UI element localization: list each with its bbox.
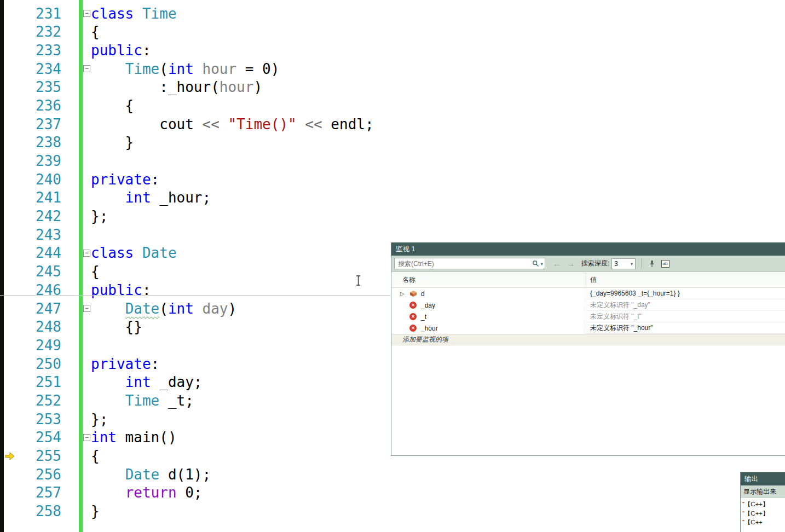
watch-row[interactable]: ✕_hour未定义标识符 "_hour" bbox=[391, 322, 785, 334]
code-line[interactable]: 243 bbox=[0, 225, 391, 244]
watch-name-cell[interactable]: ✕_hour bbox=[391, 322, 586, 334]
code-text[interactable]: Date(int day) bbox=[91, 300, 391, 317]
code-line[interactable]: 237 cout << "Time()" << endl; bbox=[0, 115, 391, 134]
collapse-box-icon[interactable]: − bbox=[83, 434, 90, 441]
watch-value[interactable]: {_day=9965603 _t={_hour=1} } bbox=[586, 288, 785, 299]
code-line[interactable]: 247− Date(int day) bbox=[0, 299, 391, 318]
watch-name-cell[interactable]: ✕_t bbox=[391, 311, 586, 322]
code-text[interactable]: int _day; bbox=[91, 374, 391, 390]
code-line[interactable]: 252 Time _t; bbox=[0, 391, 391, 410]
output-lines: “【C++】“【C++】“【C++ bbox=[741, 498, 785, 527]
code-text[interactable]: Time(int hour = 0) bbox=[91, 61, 391, 77]
code-line[interactable]: 255{ bbox=[0, 447, 391, 465]
code-line[interactable]: 245{ bbox=[0, 262, 391, 281]
watch-search-box[interactable]: ▾ bbox=[394, 258, 545, 269]
code-text[interactable]: :_hour(hour) bbox=[91, 79, 391, 95]
output-line: “【C++】 bbox=[742, 509, 785, 518]
line-number: 233 bbox=[16, 42, 61, 59]
output-titlebar[interactable]: 输出 bbox=[741, 472, 785, 485]
code-token: { bbox=[91, 24, 100, 40]
code-token: << bbox=[305, 116, 322, 132]
code-line[interactable]: 251 int _day; bbox=[0, 373, 391, 391]
watch-row[interactable]: ✕_t未定义标识符 "_t" bbox=[391, 311, 785, 322]
code-text[interactable]: {} bbox=[91, 319, 391, 335]
code-editor[interactable]: 230231−class Time232{233public:234− Time… bbox=[0, 0, 391, 521]
code-text[interactable]: class Date bbox=[91, 245, 391, 261]
pin-button[interactable] bbox=[645, 258, 659, 270]
code-token: day bbox=[203, 300, 228, 317]
watch-row[interactable]: ✕_day未定义标识符 "_day" bbox=[391, 299, 785, 311]
column-header-value[interactable]: 值 bbox=[586, 272, 785, 287]
code-line[interactable]: 235 :_hour(hour) bbox=[0, 78, 391, 96]
code-token: Date bbox=[142, 245, 177, 261]
code-text[interactable]: private: bbox=[91, 171, 391, 188]
search-depth-select[interactable]: 3 ▾ bbox=[611, 258, 636, 269]
code-line[interactable]: 258} bbox=[0, 502, 391, 521]
code-line[interactable]: 246public: bbox=[0, 281, 391, 299]
code-text[interactable]: Time _t; bbox=[91, 392, 391, 409]
code-text[interactable]: public: bbox=[91, 282, 391, 298]
code-line[interactable]: 253}; bbox=[0, 410, 391, 429]
indicator-margin[interactable] bbox=[0, 452, 16, 461]
search-dropdown-icon[interactable]: ▾ bbox=[540, 261, 543, 267]
code-text[interactable]: class Time bbox=[91, 5, 391, 22]
code-line[interactable]: 240private: bbox=[0, 170, 391, 189]
code-line[interactable]: 231−class Time bbox=[0, 4, 391, 23]
back-arrow-button[interactable]: ← bbox=[553, 259, 561, 268]
code-text[interactable]: { bbox=[91, 263, 391, 280]
code-line[interactable]: 244−class Date bbox=[0, 244, 391, 263]
code-line[interactable]: 242}; bbox=[0, 207, 391, 225]
code-text[interactable]: cout << "Time()" << endl; bbox=[91, 116, 391, 132]
watch-value[interactable]: 未定义标识符 "_hour" bbox=[586, 322, 785, 334]
code-line[interactable]: 233public: bbox=[0, 41, 391, 60]
watch-row[interactable]: ▷d{_day=9965603 _t={_hour=1} } bbox=[391, 288, 785, 299]
column-header-name[interactable]: 名称 bbox=[391, 272, 586, 287]
watch-value[interactable]: 未定义标识符 "_t" bbox=[586, 311, 785, 322]
code-line[interactable]: 230 bbox=[0, 0, 391, 4]
code-text[interactable]: int _hour; bbox=[91, 189, 391, 206]
code-text[interactable]: { bbox=[91, 24, 391, 40]
code-text[interactable]: Date d(1); bbox=[91, 466, 391, 483]
collapse-box-icon[interactable]: − bbox=[83, 250, 90, 257]
collapse-box-icon[interactable]: − bbox=[83, 65, 90, 72]
output-title: 输出 bbox=[744, 475, 758, 483]
collapse-box-icon[interactable]: − bbox=[83, 10, 90, 17]
watch-name-cell[interactable]: ✕_day bbox=[391, 299, 586, 311]
outline-margin: − bbox=[83, 250, 91, 257]
code-text[interactable]: int main() bbox=[91, 429, 391, 446]
code-text[interactable]: }; bbox=[91, 208, 391, 224]
search-icon[interactable] bbox=[532, 260, 539, 267]
code-text[interactable]: } bbox=[91, 503, 391, 519]
code-text[interactable]: public: bbox=[91, 42, 391, 59]
code-line[interactable]: 236 { bbox=[0, 96, 391, 115]
code-text[interactable]: { bbox=[91, 97, 391, 114]
code-text[interactable]: { bbox=[91, 448, 391, 464]
code-text[interactable]: private: bbox=[91, 356, 391, 372]
add-watch-row[interactable]: 添加要监视的项 bbox=[391, 334, 785, 345]
code-line[interactable]: 241 int _hour; bbox=[0, 189, 391, 207]
code-line[interactable]: 234− Time(int hour = 0) bbox=[0, 60, 391, 78]
code-line[interactable]: 239 bbox=[0, 152, 391, 170]
code-token: private bbox=[91, 171, 151, 188]
code-line[interactable]: 254−int main() bbox=[0, 429, 391, 447]
code-line[interactable]: 232{ bbox=[0, 22, 391, 41]
search-input[interactable] bbox=[398, 260, 532, 268]
watch-name-cell[interactable]: ▷d bbox=[391, 288, 586, 299]
code-text[interactable]: }; bbox=[91, 411, 391, 427]
code-line[interactable]: 249 bbox=[0, 336, 391, 355]
code-line[interactable]: 238 } bbox=[0, 134, 391, 152]
code-token: _day; bbox=[151, 374, 203, 390]
collapse-box-icon[interactable]: − bbox=[83, 305, 90, 312]
forward-arrow-button[interactable]: → bbox=[567, 259, 575, 268]
code-line[interactable]: 250private: bbox=[0, 355, 391, 373]
format-button[interactable]: ab bbox=[659, 258, 672, 270]
code-line[interactable]: 248 {} bbox=[0, 317, 391, 336]
code-text[interactable]: } bbox=[91, 134, 391, 151]
code-line[interactable]: 257 return 0; bbox=[0, 484, 391, 502]
code-line[interactable]: 256 Date d(1); bbox=[0, 465, 391, 484]
code-text[interactable]: return 0; bbox=[91, 484, 391, 501]
watch-titlebar[interactable]: 监视 1 bbox=[391, 242, 785, 256]
search-icon-group: ▾ bbox=[532, 260, 543, 267]
watch-value[interactable]: 未定义标识符 "_day" bbox=[586, 299, 785, 311]
expander-icon[interactable]: ▷ bbox=[400, 291, 409, 297]
